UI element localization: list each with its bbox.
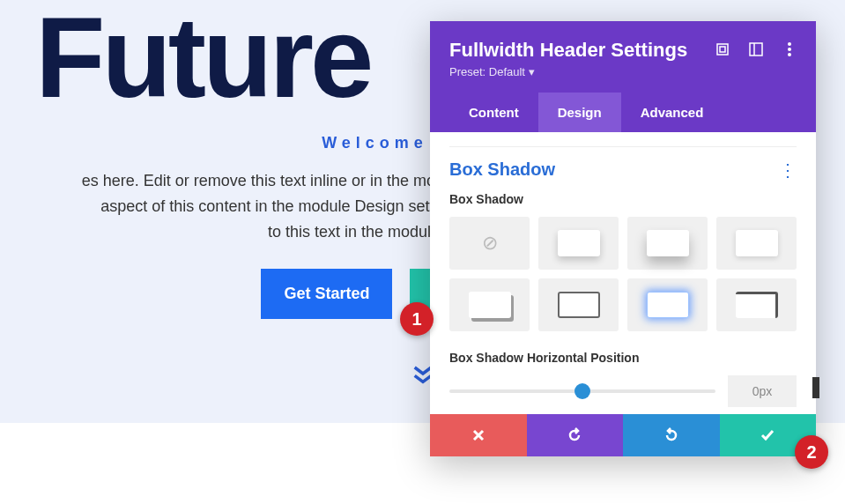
preset-selector[interactable]: Preset: Default ▾ [449,65,687,78]
horizontal-position-slider[interactable] [449,389,715,393]
horizontal-position-control [449,375,797,407]
shadow-preview [647,292,689,318]
section-menu-icon[interactable]: ⋮ [779,161,797,179]
panel-footer [430,414,816,456]
settings-panel: Fullwidth Header Settings Preset: Defaul… [430,21,816,456]
layout-icon[interactable] [749,42,763,56]
shadow-option-7[interactable] [716,278,797,331]
check-icon [760,427,775,443]
undo-button[interactable] [527,414,624,456]
get-started-button[interactable]: Get Started [261,269,392,319]
shadow-option-2[interactable] [627,217,708,270]
box-shadow-options: ⊘ [449,217,797,331]
close-icon [471,428,486,442]
svg-rect-2 [750,43,762,56]
section-divider [449,146,797,147]
horizontal-position-label: Box Shadow Horizontal Position [449,351,797,365]
svg-rect-0 [717,44,728,55]
svg-rect-1 [720,47,725,52]
expand-icon[interactable] [715,42,730,56]
shadow-option-1[interactable] [538,217,619,270]
horizontal-position-input[interactable] [728,375,797,407]
section-title[interactable]: Box Shadow [449,159,555,180]
none-icon: ⊘ [482,232,498,255]
redo-icon [663,426,680,444]
tab-advanced[interactable]: Advanced [621,93,723,132]
svg-point-4 [788,42,791,46]
panel-header: Fullwidth Header Settings Preset: Defaul… [430,21,816,132]
cancel-button[interactable] [430,414,527,456]
tab-design[interactable]: Design [538,93,621,132]
shadow-option-6[interactable] [627,278,708,331]
shadow-preview [736,292,778,318]
shadow-option-4[interactable] [449,278,530,331]
shadow-option-3[interactable] [716,217,797,270]
panel-title: Fullwidth Header Settings [449,39,687,62]
shadow-preview [558,230,600,256]
annotation-marker-2: 2 [795,435,828,469]
tab-content[interactable]: Content [449,93,538,132]
undo-icon [566,426,583,444]
resize-handle[interactable] [812,377,819,398]
shadow-preview [558,292,600,318]
svg-point-5 [788,48,791,51]
redo-button[interactable] [623,414,720,456]
shadow-option-none[interactable]: ⊘ [449,217,530,270]
panel-body: Box Shadow ⋮ Box Shadow ⊘ Box Shadow Hor… [430,132,816,407]
shadow-preview [469,292,511,318]
shadow-preview [647,230,689,256]
box-shadow-label: Box Shadow [449,192,797,206]
shadow-option-5[interactable] [538,278,619,331]
svg-point-6 [788,53,791,56]
panel-header-icons [715,39,797,56]
settings-tabs: Content Design Advanced [449,93,797,132]
shadow-preview [736,230,778,256]
kebab-menu-icon[interactable] [782,42,797,56]
annotation-marker-1: 1 [400,302,434,336]
